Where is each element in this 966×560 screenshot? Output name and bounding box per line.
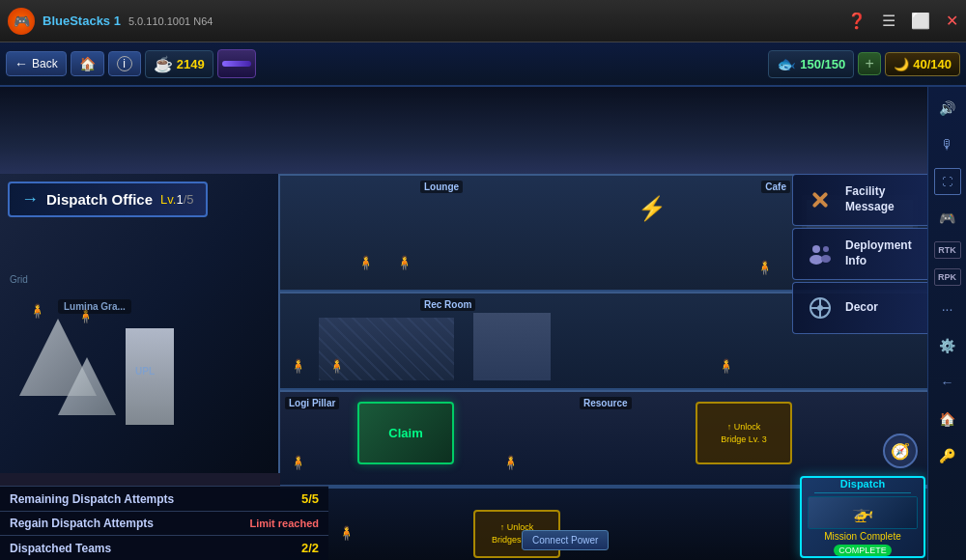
settings-icon[interactable]: ⚙️ <box>934 332 961 359</box>
svg-point-5 <box>821 255 831 263</box>
facility-message-button[interactable]: FacilityMessage <box>792 174 927 226</box>
char-1: 🧍 <box>29 303 45 319</box>
upl-label: UPL <box>135 366 155 377</box>
dispatch-office-title: Dispatch Office <box>46 191 153 208</box>
dispatch-ship: 🚁 <box>809 497 916 528</box>
more-icon[interactable]: ··· <box>934 295 961 322</box>
dispatched-teams-label: Dispatched Teams <box>10 542 301 555</box>
bottom-status: Remaining Dispatch Attempts 5/5 Regain D… <box>0 486 328 560</box>
game-icon[interactable]: 🎮 <box>934 205 961 232</box>
building-side: 🧍 🧍 Grid Lumina Gra... UPL <box>0 174 280 473</box>
dispatch-box[interactable]: Dispatch 🚁 Mission Complete COMPLETE <box>800 476 925 558</box>
app-logo: 🎮 <box>8 8 35 35</box>
coffee-icon: ☕ <box>154 55 173 73</box>
deployment-info-icon <box>803 237 838 271</box>
energy-resource: 🌙 40/140 <box>885 52 960 76</box>
connect-power-button[interactable]: Connect Power <box>522 530 609 550</box>
screen-icon[interactable]: ⛶ <box>934 168 961 195</box>
wrench-icon <box>807 186 834 213</box>
back-icon: ← <box>14 56 28 71</box>
dispatch-office-banner[interactable]: → Dispatch Office Lv.1/5 <box>8 182 208 217</box>
maximize-icon[interactable]: ⬜ <box>911 12 930 30</box>
compass: 🧭 <box>883 434 918 468</box>
app-name: BlueStacks 1 <box>43 14 121 28</box>
game-toolbar: ← Back 🏠 i ☕ 2149 🐟 150/150 + 🌙 40/140 <box>0 42 966 87</box>
floor2-char-3: 🧍 <box>718 358 734 374</box>
dispatch-divider <box>814 492 912 493</box>
energy-icon: 🌙 <box>894 57 909 71</box>
mic-icon[interactable]: 🎙 <box>934 131 961 158</box>
logi-pillar-label: Logi Pillar <box>285 397 339 409</box>
dispatch-max-level: /5 <box>184 192 194 207</box>
people-icon <box>807 240 834 267</box>
floor3-char-1: 🧍 <box>290 455 306 470</box>
home-button[interactable]: 🏠 <box>71 51 104 76</box>
decor-button[interactable]: Decor <box>792 282 927 334</box>
dispatch-arrow: → <box>21 189 39 210</box>
add-life-button[interactable]: + <box>858 52 881 75</box>
info-icon: i <box>117 56 132 71</box>
grid-label: Grid <box>10 274 28 285</box>
help-icon[interactable]: ❓ <box>847 12 867 30</box>
compass-icon: 🧭 <box>891 442 910 461</box>
game-content[interactable]: 🧍 🧍 Grid Lumina Gra... UPL Lounge Cafe ⚡… <box>0 87 927 560</box>
info-button[interactable]: i <box>108 51 141 76</box>
lounge-label: Lounge <box>420 181 463 193</box>
dispatch-image: 🚁 <box>808 496 917 529</box>
life-resource: 🐟 150/150 <box>768 50 854 78</box>
limit-reached-text: Limit reached <box>249 518 319 529</box>
dispatched-teams-value: 2/2 <box>301 541 319 555</box>
right-panel: FacilityMessage DeploymentInfo <box>792 174 927 334</box>
back-label: Back <box>32 57 58 70</box>
close-icon[interactable]: ✕ <box>946 12 958 30</box>
deployment-info-label: DeploymentInfo <box>845 238 912 268</box>
resource-label: Resource <box>580 397 632 409</box>
floor3-char-2: 🧍 <box>502 455 519 470</box>
floor1-char-2: 🧍 <box>396 255 412 270</box>
home-icon: 🏠 <box>79 56 96 71</box>
floor-4[interactable]: ↑ UnlockBridges Lv. 4 Connect Power 🧍 Di… <box>280 487 927 560</box>
facility-message-label: FacilityMessage <box>845 184 895 214</box>
deco-pillar <box>126 328 174 425</box>
life-value: 150/150 <box>800 57 845 71</box>
title-bar: 🎮 BlueStacks 1 5.0.110.1001 N64 ❓ ☰ ⬜ ✕ <box>0 0 966 42</box>
remaining-dispatch-row: Remaining Dispatch Attempts 5/5 <box>0 486 328 511</box>
dispatched-teams-row: Dispatched Teams 2/2 <box>0 535 328 560</box>
back-arrow-icon[interactable]: ← <box>934 369 961 396</box>
dispatch-current-level: 1 <box>176 192 183 207</box>
floor1-char-1: 🧍 <box>357 255 374 270</box>
sky-bg <box>0 87 927 183</box>
deployment-info-button[interactable]: DeploymentInfo <box>792 228 927 280</box>
remaining-dispatch-label: Remaining Dispatch Attempts <box>10 492 301 506</box>
ship-icon: 🚁 <box>852 502 873 523</box>
claim-button[interactable]: Claim <box>357 402 454 464</box>
resource-value: 2149 <box>177 57 205 71</box>
connect-power-label: Connect Power <box>532 535 598 546</box>
life-icon: 🐟 <box>777 55 796 73</box>
regain-dispatch-row[interactable]: Regain Dispatch Attempts Limit reached <box>0 511 328 535</box>
right-sidebar: 🔊 🎙 ⛶ 🎮 RTK RPK ··· ⚙️ ← 🏠 🔑 <box>927 87 966 560</box>
floor2-char-1: 🧍 <box>290 358 306 374</box>
lumina-label: Lumina Gra... <box>58 299 131 314</box>
main-container: 🧍 🧍 Grid Lumina Gra... UPL Lounge Cafe ⚡… <box>0 87 966 560</box>
back-button[interactable]: ← Back <box>6 51 67 76</box>
floor1-char-3: 🧍 <box>756 260 773 275</box>
key-icon[interactable]: 🔑 <box>934 442 961 469</box>
dispatch-complete-text: Mission Complete <box>824 531 900 542</box>
volume-icon[interactable]: 🔊 <box>934 95 961 122</box>
home-sidebar-icon[interactable]: 🏠 <box>934 406 961 433</box>
svg-point-3 <box>810 255 823 265</box>
rtk-badge[interactable]: RTK <box>934 241 961 259</box>
svg-point-2 <box>812 245 820 253</box>
unlock-bridge-3[interactable]: ↑ UnlockBridge Lv. 3 <box>696 402 792 464</box>
menu-icon[interactable]: ☰ <box>882 12 895 30</box>
dispatch-level: Lv.1/5 <box>160 192 193 207</box>
regain-dispatch-label: Regain Dispatch Attempts <box>10 517 242 530</box>
coffee-resource: ☕ 2149 <box>145 50 213 78</box>
remaining-dispatch-value: 5/5 <box>301 491 319 506</box>
floor-3[interactable]: Logi Pillar Resource Claim ↑ UnlockBridg… <box>280 390 927 487</box>
floor2-char-2: 🧍 <box>328 358 345 374</box>
energy-value: 40/140 <box>913 57 952 71</box>
rpk-badge[interactable]: RPK <box>934 268 961 286</box>
svg-point-7 <box>817 305 823 311</box>
